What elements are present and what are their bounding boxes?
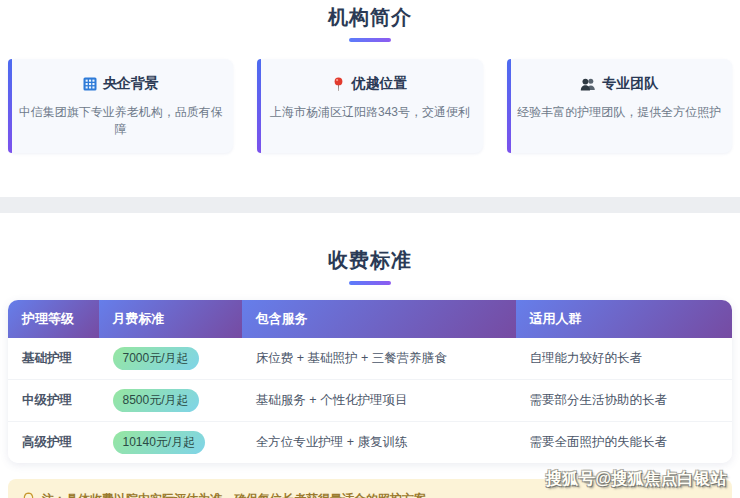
col-header-care-level: 护理等级 [8, 300, 99, 338]
price-badge: 10140元/月起 [113, 431, 206, 454]
card-enterprise-background: 央企背景 中信集团旗下专业养老机构，品质有保障 [8, 59, 233, 153]
price-badge: 8500元/月起 [113, 389, 199, 412]
audience-cell: 需要全面照护的失能长者 [516, 421, 732, 463]
col-header-services: 包含服务 [242, 300, 516, 338]
section-divider [0, 197, 740, 213]
card-header: 优越位置 [265, 75, 474, 93]
audience-cell: 自理能力较好的长者 [516, 338, 732, 379]
info-cards: 央企背景 中信集团旗下专业养老机构，品质有保障 优越位置 上海市杨浦区辽阳路34… [0, 59, 740, 153]
audience-cell: 需要部分生活协助的长者 [516, 379, 732, 421]
watermark: 搜狐号@搜狐焦点白银站 [546, 469, 727, 490]
card-desc: 经验丰富的护理团队，提供全方位照护 [515, 104, 724, 121]
note-text: 注：具体收费以院内实际评估为准，确保每位长者获得最适合的照护方案 [42, 491, 426, 498]
pricing-table: 护理等级 月费标准 包含服务 适用人群 基础护理 7000元/月起 床位费 + … [8, 300, 732, 463]
card-desc: 上海市杨浦区辽阳路343号，交通便利 [265, 104, 474, 121]
intro-title: 机构简介 [0, 5, 740, 29]
pricing-title: 收费标准 [0, 213, 740, 272]
price-cell: 8500元/月起 [99, 379, 242, 421]
team-icon [580, 77, 596, 91]
location-pin-icon [332, 77, 345, 92]
services-cell: 床位费 + 基础照护 + 三餐营养膳食 [242, 338, 516, 379]
card-location: 优越位置 上海市杨浦区辽阳路343号，交通便利 [257, 59, 482, 153]
lightbulb-icon [22, 492, 35, 498]
title-underline [349, 281, 391, 285]
table-row: 基础护理 7000元/月起 床位费 + 基础照护 + 三餐营养膳食 自理能力较好… [8, 338, 732, 379]
care-level-cell: 基础护理 [8, 338, 99, 379]
card-accent-bar [507, 59, 511, 153]
col-header-monthly-fee: 月费标准 [99, 300, 242, 338]
card-title: 央企背景 [103, 75, 159, 93]
care-level-cell: 中级护理 [8, 379, 99, 421]
card-header: 央企背景 [16, 75, 225, 93]
card-header: 专业团队 [515, 75, 724, 93]
services-cell: 基础服务 + 个性化护理项目 [242, 379, 516, 421]
card-accent-bar [257, 59, 261, 153]
table-header-row: 护理等级 月费标准 包含服务 适用人群 [8, 300, 732, 338]
card-accent-bar [8, 59, 12, 153]
card-team: 专业团队 经验丰富的护理团队，提供全方位照护 [507, 59, 732, 153]
card-desc: 中信集团旗下专业养老机构，品质有保障 [16, 104, 225, 138]
services-cell: 全方位专业护理 + 康复训练 [242, 421, 516, 463]
building-grid-icon [83, 77, 97, 91]
section-pricing: 收费标准 护理等级 月费标准 包含服务 适用人群 基础护理 7000元/月起 床… [0, 213, 740, 498]
table-row: 高级护理 10140元/月起 全方位专业护理 + 康复训练 需要全面照护的失能长… [8, 421, 732, 463]
price-cell: 7000元/月起 [99, 338, 242, 379]
care-level-cell: 高级护理 [8, 421, 99, 463]
title-underline [349, 38, 391, 42]
card-title: 专业团队 [602, 75, 658, 93]
section-intro: 机构简介 央企背景 中信集团旗下专业养老机构，品质有保障 [0, 0, 740, 153]
price-badge: 7000元/月起 [113, 347, 199, 370]
card-title: 优越位置 [351, 75, 407, 93]
col-header-audience: 适用人群 [516, 300, 732, 338]
price-cell: 10140元/月起 [99, 421, 242, 463]
table-row: 中级护理 8500元/月起 基础服务 + 个性化护理项目 需要部分生活协助的长者 [8, 379, 732, 421]
